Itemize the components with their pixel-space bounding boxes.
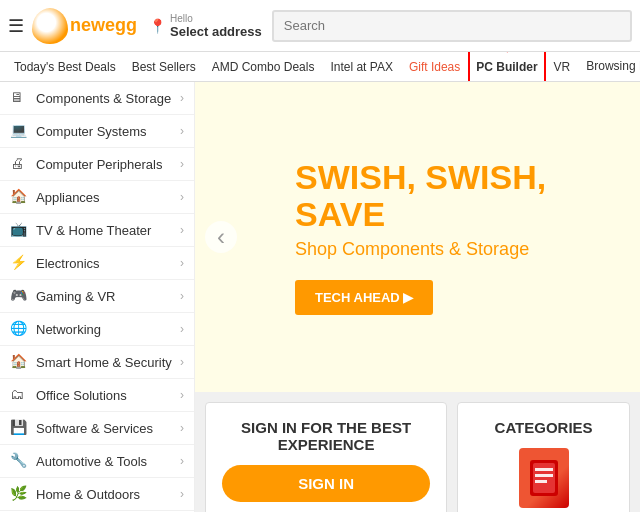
nav-gift-ideas[interactable]: Gift Ideas xyxy=(401,52,468,82)
tv-icon: 📺 xyxy=(10,221,28,239)
automotive-icon: 🔧 xyxy=(10,452,28,470)
signin-button[interactable]: SIGN IN xyxy=(222,465,430,502)
nav-vr[interactable]: VR xyxy=(546,52,579,82)
banner-prev-button[interactable]: ‹ xyxy=(205,221,237,253)
sidebar-arrow-computer-systems: › xyxy=(180,124,184,138)
content-area: ‹ SWISH, SWISH, SAVE Shop Components & S… xyxy=(195,82,640,512)
nav-amd-combo[interactable]: AMD Combo Deals xyxy=(204,52,323,82)
address-area[interactable]: 📍 Hello Select address xyxy=(149,13,262,39)
pc-builder-arrow-annotation: ↓ xyxy=(503,52,511,62)
home-outdoors-icon: 🌿 xyxy=(10,485,28,503)
navbar: Today's Best Deals Best Sellers AMD Comb… xyxy=(0,52,640,82)
logo-text: newegg xyxy=(70,15,137,36)
header: ☰ newegg 📍 Hello Select address xyxy=(0,0,640,52)
sidebar-item-appliances[interactable]: 🏠 Appliances › xyxy=(0,181,194,214)
sidebar-label-smarthome: Smart Home & Security xyxy=(36,355,180,370)
sidebar-label-gaming: Gaming & VR xyxy=(36,289,180,304)
sidebar-label-computer-systems: Computer Systems xyxy=(36,124,180,139)
sidebar-label-components: Components & Storage xyxy=(36,91,180,106)
sidebar-arrow-appliances: › xyxy=(180,190,184,204)
sidebar-label-office: Office Solutions xyxy=(36,388,180,403)
logo-egg-icon xyxy=(32,8,68,44)
svg-rect-1 xyxy=(533,463,555,493)
hamburger-menu[interactable]: ☰ xyxy=(8,15,24,37)
banner-text-area: SWISH, SWISH, SAVE Shop Components & Sto… xyxy=(295,159,600,316)
sidebar-arrow-office: › xyxy=(180,388,184,402)
sidebar-item-smarthome[interactable]: 🏠 Smart Home & Security › xyxy=(0,346,194,379)
sidebar-item-computer-systems[interactable]: 💻 Computer Systems › xyxy=(0,115,194,148)
svg-rect-3 xyxy=(535,474,553,477)
select-address-label[interactable]: Select address xyxy=(170,24,262,39)
sidebar-item-networking[interactable]: 🌐 Networking › xyxy=(0,313,194,346)
sidebar-item-gaming[interactable]: 🎮 Gaming & VR › xyxy=(0,280,194,313)
main-layout: 🖥 Components & Storage › 💻 Computer Syst… xyxy=(0,82,640,512)
sidebar-item-office[interactable]: 🗂 Office Solutions › xyxy=(0,379,194,412)
sidebar-label-appliances: Appliances xyxy=(36,190,180,205)
nav-best-deals[interactable]: Today's Best Deals xyxy=(6,52,124,82)
sidebar-arrow-gaming: › xyxy=(180,289,184,303)
gaming-icon: 🎮 xyxy=(10,287,28,305)
signin-card-title: SIGN IN FOR THE BEST EXPERIENCE xyxy=(222,419,430,453)
smarthome-icon: 🏠 xyxy=(10,353,28,371)
category-icon xyxy=(519,448,569,508)
sidebar-item-automotive[interactable]: 🔧 Automotive & Tools › xyxy=(0,445,194,478)
sidebar-item-tv[interactable]: 📺 TV & Home Theater › xyxy=(0,214,194,247)
nav-browsing-history[interactable]: Browsing History xyxy=(578,52,640,82)
sidebar-label-networking: Networking xyxy=(36,322,180,337)
bottom-cards: SIGN IN FOR THE BEST EXPERIENCE SIGN IN … xyxy=(195,392,640,512)
sidebar-arrow-components: › xyxy=(180,91,184,105)
hello-text: Hello xyxy=(170,13,262,24)
sidebar-arrow-software: › xyxy=(180,421,184,435)
sidebar-arrow-home-outdoors: › xyxy=(180,487,184,501)
categories-card-title: CATEGORIES xyxy=(474,419,613,436)
nav-best-sellers[interactable]: Best Sellers xyxy=(124,52,204,82)
appliances-icon: 🏠 xyxy=(10,188,28,206)
peripherals-icon: 🖨 xyxy=(10,155,28,173)
signin-card: SIGN IN FOR THE BEST EXPERIENCE SIGN IN … xyxy=(205,402,447,512)
computer-systems-icon: 💻 xyxy=(10,122,28,140)
logo[interactable]: newegg xyxy=(32,8,137,44)
networking-icon: 🌐 xyxy=(10,320,28,338)
nav-pc-builder[interactable]: PC Builder ↓ xyxy=(468,52,545,82)
sidebar-item-home-outdoors[interactable]: 🌿 Home & Outdoors › xyxy=(0,478,194,511)
software-icon: 💾 xyxy=(10,419,28,437)
sidebar-item-software[interactable]: 💾 Software & Services › xyxy=(0,412,194,445)
svg-rect-4 xyxy=(535,480,547,483)
banner: ‹ SWISH, SWISH, SAVE Shop Components & S… xyxy=(195,82,640,392)
electronics-icon: ⚡ xyxy=(10,254,28,272)
sidebar-label-software: Software & Services xyxy=(36,421,180,436)
location-icon: 📍 xyxy=(149,18,166,34)
sidebar-label-electronics: Electronics xyxy=(36,256,180,271)
svg-rect-2 xyxy=(535,468,553,471)
sidebar-arrow-automotive: › xyxy=(180,454,184,468)
office-icon: 🗂 xyxy=(10,386,28,404)
sidebar-item-electronics[interactable]: ⚡ Electronics › xyxy=(0,247,194,280)
sidebar: 🖥 Components & Storage › 💻 Computer Syst… xyxy=(0,82,195,512)
sidebar-arrow-electronics: › xyxy=(180,256,184,270)
categories-card: CATEGORIES xyxy=(457,402,630,512)
components-icon: 🖥 xyxy=(10,89,28,107)
pc-builder-label: PC Builder xyxy=(476,60,537,74)
banner-title: SWISH, SWISH, SAVE xyxy=(295,159,600,234)
nav-intel-pax[interactable]: Intel at PAX xyxy=(322,52,400,82)
sidebar-label-automotive: Automotive & Tools xyxy=(36,454,180,469)
sidebar-label-tv: TV & Home Theater xyxy=(36,223,180,238)
sidebar-item-components[interactable]: 🖥 Components & Storage › xyxy=(0,82,194,115)
banner-subtitle: Shop Components & Storage xyxy=(295,239,600,260)
sidebar-item-peripherals[interactable]: 🖨 Computer Peripherals › xyxy=(0,148,194,181)
sidebar-label-peripherals: Computer Peripherals xyxy=(36,157,180,172)
sidebar-arrow-peripherals: › xyxy=(180,157,184,171)
search-input[interactable] xyxy=(272,10,632,42)
sidebar-label-home-outdoors: Home & Outdoors xyxy=(36,487,180,502)
address-text-container: Hello Select address xyxy=(170,13,262,39)
sidebar-arrow-networking: › xyxy=(180,322,184,336)
sidebar-arrow-smarthome: › xyxy=(180,355,184,369)
sidebar-arrow-tv: › xyxy=(180,223,184,237)
banner-cta-button[interactable]: TECH AHEAD xyxy=(295,280,433,315)
